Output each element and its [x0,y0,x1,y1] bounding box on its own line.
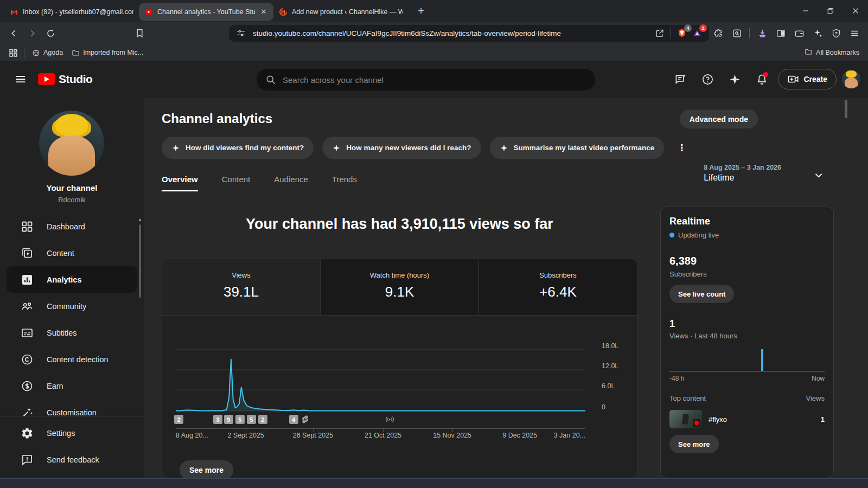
tab-trends[interactable]: Trends [332,175,357,191]
create-label: Create [803,75,827,84]
chart-marker-badge[interactable]: 5 [235,415,245,424]
see-more-button[interactable]: See more [180,460,233,478]
tab-title: Channel analytics - YouTube Studio [157,8,255,16]
site-controls-icon[interactable] [233,25,248,41]
chip-label: How many new viewers did I reach? [346,144,471,152]
channel-avatar[interactable] [39,111,104,176]
more-options-icon[interactable]: ⋮ [673,142,691,153]
chevron-down-icon[interactable] [813,169,825,183]
vpn-shield-icon[interactable] [827,24,845,42]
browser-tab[interactable]: Add new product ‹ ChannelHike — Wo [273,3,408,21]
views-headline: Your channel has had 3,910,115 views so … [162,216,637,233]
community-icon [21,300,34,313]
sidebar-item-label: Content [47,249,74,258]
sidebar-item-label: Community [47,302,86,311]
sidebar-scrollbar[interactable]: ▲ ▼ [137,217,143,420]
page-scrollbar-thumb[interactable] [845,100,847,118]
studio-search-bar[interactable]: Search across your channel [257,69,595,91]
live-icon[interactable] [385,414,395,425]
tab-close-icon[interactable]: ✕ [259,8,268,16]
sparkle-ai-icon[interactable] [724,68,745,90]
url-text[interactable]: studio.youtube.com/channel/UCUAFaI9gcJII… [253,29,652,37]
chart-marker-badge[interactable]: 5 [247,415,256,424]
bookmark-item[interactable]: Agoda [28,46,67,59]
chart-marker-badge[interactable]: 4 [289,415,298,424]
browser-tab-bar: Inbox (82) - ytsellerhub07@gmail.comChan… [0,0,868,22]
subtitles-icon [21,326,34,339]
share-icon[interactable] [652,25,667,41]
ai-suggestion-chip[interactable]: How many new viewers did I reach? [322,137,481,159]
browser-tab[interactable]: Inbox (82) - ytsellerhub07@gmail.com [4,3,139,21]
wallet-icon[interactable] [790,24,808,42]
realtime-see-more-button[interactable]: See more [669,435,719,453]
date-range-text: 8 Aug 2025 – 3 Jan 2026 [704,164,781,171]
metric-tab-views[interactable]: Views39.1L [162,259,321,315]
sidebar-item-community[interactable]: Community [7,293,137,319]
reload-button[interactable] [41,24,60,42]
search-tabs-icon[interactable] [727,24,746,42]
extensions-icon[interactable] [709,24,727,42]
ai-suggestion-chip[interactable]: How did viewers find my content? [162,137,314,159]
shorts-icon[interactable] [300,414,310,425]
notifications-bell-icon[interactable] [751,68,773,90]
menu-icon[interactable] [845,24,864,42]
chip-label: How did viewers find my content? [186,144,304,152]
chart-marker-badge[interactable]: 2 [258,415,267,424]
browser-tab[interactable]: Channel analytics - YouTube Studio✕ [139,3,273,21]
sidebar-item-content[interactable]: Content [7,240,137,266]
chart-marker-badge[interactable]: 2 [174,415,183,424]
video-thumbnail [669,410,702,428]
advanced-mode-button[interactable]: Advanced mode [680,110,758,129]
sidebar-item-earn[interactable]: Earn [7,373,137,399]
sidebar-item-subtitles[interactable]: Subtitles [7,319,137,346]
sidebar-item-content-detection[interactable]: Content detection [7,346,137,373]
y-axis-tick-label: 0 [602,403,605,411]
sidebar-item-dashboard[interactable]: Dashboard [7,213,137,240]
analytics-main: Channel analytics Advanced mode How did … [144,98,868,478]
metric-label: Watch time (hours) [321,271,478,279]
brave-shields-icon[interactable]: 4 [674,25,690,41]
downloads-icon[interactable] [753,24,771,42]
live-dot-icon [669,233,674,237]
sidebar-toggle-icon[interactable] [771,24,790,42]
date-range-selector[interactable]: 8 Aug 2025 – 3 Jan 2026 Lifetime [704,164,781,183]
leo-ai-icon[interactable] [808,24,827,42]
apps-grid-icon[interactable] [5,46,21,60]
help-icon[interactable] [697,68,718,90]
back-button[interactable] [4,24,23,42]
all-bookmarks-button[interactable]: All Bookmarks [805,48,863,57]
metric-tab-subscribers[interactable]: Subscribers+6.4K [479,259,637,315]
studio-logo[interactable]: Studio [38,73,92,86]
account-avatar[interactable] [842,70,860,88]
chart-marker-badge[interactable]: 3 [213,415,222,424]
minimize-button[interactable] [793,0,818,22]
brave-rewards-icon[interactable]: 1 [690,25,705,41]
metric-tab-watch-time-hours-[interactable]: Watch time (hours)9.1K [321,259,479,315]
see-live-count-button[interactable]: See live count [669,285,734,303]
bookmark-item[interactable]: Imported from Mic... [67,46,148,59]
chart-marker-badge[interactable]: 9 [224,415,233,424]
feedback-comment-icon[interactable] [669,68,691,90]
tab-audience[interactable]: Audience [274,175,308,191]
sidebar-item-analytics[interactable]: Analytics [7,266,137,293]
create-button[interactable]: Create [778,69,837,89]
scrollbar-thumb[interactable] [139,224,141,298]
hamburger-menu-icon[interactable] [8,66,34,92]
ai-suggestion-chip[interactable]: Summarise my latest video performance [490,137,665,159]
forward-button[interactable] [23,24,41,42]
close-button[interactable] [843,0,868,22]
gmail-icon [10,8,18,16]
address-bar[interactable]: studio.youtube.com/channel/UCUAFaI9gcJII… [229,25,709,42]
tab-content[interactable]: Content [222,175,251,191]
bookmark-icon[interactable] [130,24,149,42]
sidebar-item-label: Settings [47,429,75,438]
sidebar-item-settings[interactable]: Settings [7,420,137,446]
restore-button[interactable] [818,0,843,22]
sidebar-item-send-feedback[interactable]: Send feedback [7,446,137,473]
top-content-row[interactable]: #flyxo1 [669,410,825,428]
bookmark-label: Imported from Mic... [83,49,143,56]
new-tab-button[interactable]: + [413,3,429,18]
axis-end-label: Now [812,375,825,382]
scroll-up-arrow[interactable]: ▲ [137,217,143,222]
tab-overview[interactable]: Overview [162,175,198,191]
